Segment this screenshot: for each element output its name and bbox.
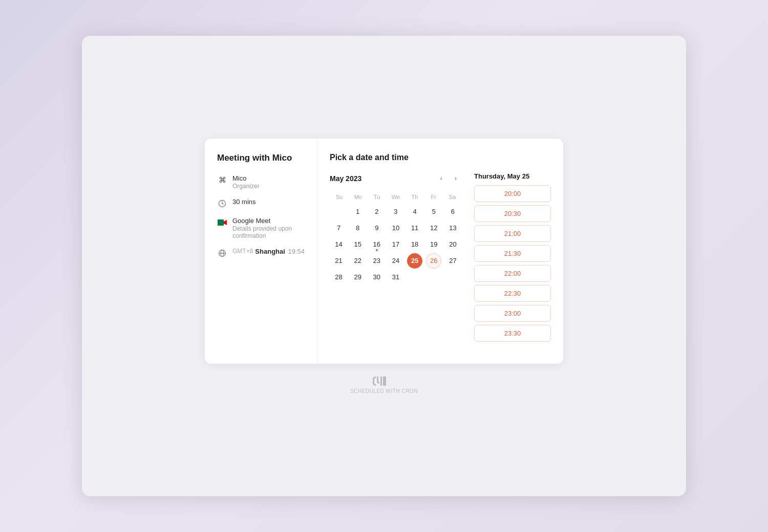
weekday-headers: Su Mo Tu We Th Fr Sa (330, 192, 462, 202)
calendar-day-12[interactable]: 12 (426, 220, 441, 236)
calendar-day-19[interactable]: 19 (426, 237, 441, 252)
video-platform: Google Meet (232, 217, 305, 225)
weekday-sa: Sa (443, 192, 462, 202)
weekday-fr: Fr (424, 192, 443, 202)
calendar-day-3[interactable]: 3 (388, 204, 403, 219)
calendar-day-22[interactable]: 22 (350, 253, 366, 269)
command-icon: ⌘ (217, 175, 227, 185)
timezone-prefix: GMT+8 (232, 248, 253, 255)
prev-month-button[interactable]: ‹ (435, 172, 447, 185)
calendar-day-5[interactable]: 5 (426, 204, 441, 219)
time-slot-2030[interactable]: 20:30 (474, 205, 551, 222)
timezone-details: GMT+8 Shanghai 19:54 (232, 248, 305, 255)
calendar-day-1[interactable]: 1 (350, 204, 366, 219)
calendar-day-31[interactable]: 31 (388, 270, 403, 285)
organizer-name: Mico (232, 174, 260, 182)
calendar-panel: Pick a date and time May 2023 ‹ › Su (317, 139, 563, 364)
calendar-day-27[interactable]: 27 (445, 253, 460, 269)
google-meet-icon (217, 217, 227, 228)
selected-day-label: Thursday, May 25 (474, 172, 551, 180)
time-slot-2230[interactable]: 22:30 (474, 285, 551, 302)
svg-rect-7 (218, 222, 224, 226)
calendar-day-28[interactable]: 28 (331, 270, 347, 285)
duration-info: 30 mins (232, 198, 256, 206)
globe-icon (217, 248, 227, 258)
calendar-day-23[interactable]: 23 (369, 253, 385, 269)
meeting-title: Meeting with Mico (217, 153, 305, 163)
svg-rect-6 (218, 219, 224, 222)
time-slot-2130[interactable]: 21:30 (474, 245, 551, 262)
footer-text: SCHEDULED WITH CRON (350, 388, 418, 394)
footer: SCHEDULED WITH CRON (350, 376, 418, 394)
meeting-details-panel: Meeting with Mico ⌘ Mico Organizer (205, 139, 317, 364)
calendar-day-2[interactable]: 2 (369, 204, 385, 219)
calendar-day-15[interactable]: 15 (350, 237, 366, 252)
timezone-time: 19:54 (288, 248, 305, 255)
clock-icon (217, 198, 227, 209)
duration-row: 30 mins (217, 198, 305, 209)
calendar-day-7[interactable]: 7 (331, 220, 347, 236)
app-window: Meeting with Mico ⌘ Mico Organizer (82, 36, 686, 496)
time-slot-2200[interactable]: 22:00 (474, 265, 551, 282)
calendar-section: May 2023 ‹ › Su Mo Tu We Th (330, 172, 551, 349)
cron-logo-svg (372, 376, 396, 386)
timezone-row: GMT+8 Shanghai 19:54 (217, 248, 305, 258)
calendar-day-16[interactable]: 16 (369, 237, 385, 252)
time-slots-list: 20:0020:3021:0021:3022:0022:3023:0023:30 (474, 185, 551, 342)
pick-title: Pick a date and time (330, 153, 551, 162)
calendar-day-14[interactable]: 14 (331, 237, 347, 252)
calendar-day-30[interactable]: 30 (369, 270, 385, 285)
calendar-day-18[interactable]: 18 (407, 237, 422, 252)
calendar-day-6[interactable]: 6 (445, 204, 460, 219)
booking-card: Meeting with Mico ⌘ Mico Organizer (205, 139, 563, 364)
calendar-day-29[interactable]: 29 (350, 270, 366, 285)
weekday-th: Th (405, 192, 424, 202)
video-row: Google Meet Details provided upon confir… (217, 217, 305, 239)
time-slot-2300[interactable]: 23:00 (474, 305, 551, 322)
calendar-day-24[interactable]: 24 (388, 253, 403, 269)
calendar-day-empty (331, 204, 347, 219)
organizer-row: ⌘ Mico Organizer (217, 174, 305, 190)
duration-value: 30 mins (232, 198, 256, 206)
video-note: Details provided upon confirmation (232, 225, 305, 239)
calendar-day-21[interactable]: 21 (331, 253, 347, 269)
calendar-day-25[interactable]: 25 (407, 253, 422, 269)
calendar-header: May 2023 ‹ › (330, 172, 462, 185)
calendar-day-26[interactable]: 26 (426, 253, 441, 269)
time-slot-2000[interactable]: 20:00 (474, 185, 551, 202)
weekday-su: Su (330, 192, 349, 202)
calendar-day-20[interactable]: 20 (445, 237, 460, 252)
calendar-day-17[interactable]: 17 (388, 237, 403, 252)
timezone-city: Shanghai (255, 248, 285, 255)
calendar-day-4[interactable]: 4 (407, 204, 422, 219)
weekday-we: We (387, 192, 406, 202)
calendar-day-10[interactable]: 10 (388, 220, 403, 236)
time-slot-2330[interactable]: 23:30 (474, 325, 551, 342)
calendar-days: 1234567891011121314151617181920212223242… (330, 204, 462, 285)
organizer-info: Mico Organizer (232, 174, 260, 190)
next-month-button[interactable]: › (450, 172, 462, 185)
video-info: Google Meet Details provided upon confir… (232, 217, 305, 239)
calendar-day-9[interactable]: 9 (369, 220, 385, 236)
weekday-mo: Mo (349, 192, 368, 202)
calendar-grid: Su Mo Tu We Th Fr Sa 1234567891011121314… (330, 192, 462, 285)
weekday-tu: Tu (368, 192, 387, 202)
month-label: May 2023 (330, 174, 361, 183)
calendar-day-11[interactable]: 11 (407, 220, 422, 236)
svg-marker-9 (224, 223, 227, 225)
organizer-role: Organizer (232, 183, 260, 190)
time-slots-section: Thursday, May 25 20:0020:3021:0021:3022:… (474, 172, 551, 349)
time-slot-2100[interactable]: 21:00 (474, 225, 551, 242)
calendar-navigation: ‹ › (435, 172, 462, 185)
calendar-day-8[interactable]: 8 (350, 220, 366, 236)
cron-logo (372, 376, 396, 386)
calendar: May 2023 ‹ › Su Mo Tu We Th (330, 172, 462, 349)
calendar-day-13[interactable]: 13 (445, 220, 460, 236)
